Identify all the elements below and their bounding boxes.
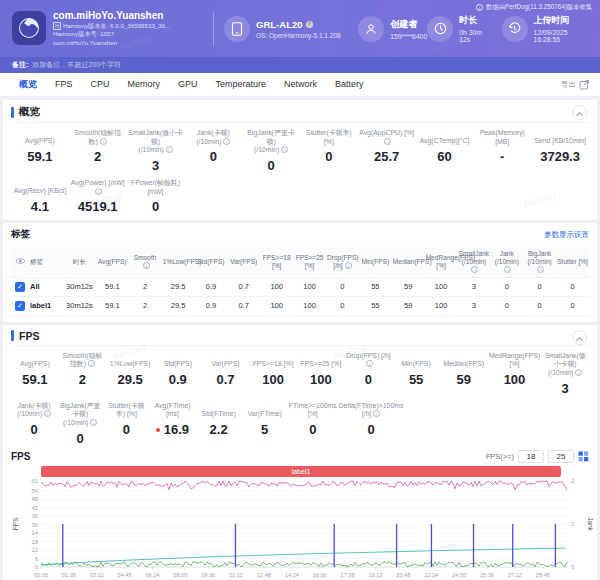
overview-stats-row1: Avg(FPS)59.1Smooth(稳帧指数)i2SmallJank(微小卡顿…	[11, 129, 589, 173]
column-header: FPS>=18 [%]	[260, 247, 293, 277]
svg-text:25:36: 25:36	[480, 572, 494, 578]
info-icon[interactable]: i	[373, 410, 380, 417]
table-cell: 59.1	[96, 296, 129, 315]
stat-value: 0	[289, 422, 337, 437]
column-header: Var(FPS)	[227, 247, 260, 277]
tab-temperature[interactable]: Temperature	[207, 73, 276, 96]
svg-text:00:00: 00:00	[34, 572, 48, 578]
svg-text:FPS: FPS	[12, 517, 19, 530]
stat-medrange-fps-: MedRange(FPS)[%]100	[488, 352, 542, 396]
tab-gpu[interactable]: GPU	[169, 73, 207, 96]
info-icon[interactable]: i	[281, 146, 288, 153]
info-icon[interactable]: i	[504, 266, 511, 273]
device-block: GRL-AL20? OS: OpenHarmony-5.1.1.208	[224, 16, 358, 42]
column-header: Smoothi	[129, 247, 162, 277]
svg-text:61: 61	[32, 478, 38, 484]
stat-value: 3729.3	[532, 149, 588, 164]
param-display-settings-link[interactable]: 参数显示设置	[544, 230, 589, 240]
svg-text:24: 24	[32, 530, 39, 536]
table-cell: 59	[392, 277, 425, 296]
table-cell: 55	[359, 277, 392, 296]
tab-row: 概览FPSCPUMemoryGPUTemperatureNetworkBatte…	[10, 73, 373, 96]
history-clock-icon	[502, 16, 528, 42]
device-badge-icon[interactable]: ?	[306, 21, 313, 28]
remark-input[interactable]: 备注:添加备注，不超过200个字符	[0, 57, 600, 73]
info-icon[interactable]: i	[345, 262, 352, 269]
fps-chart-header: FPS FPS(>=)	[11, 450, 589, 463]
fps-threshold-input-1[interactable]	[518, 450, 544, 463]
remark-placeholder: 添加备注，不超过200个字符	[32, 61, 121, 68]
stat-value: 3	[128, 158, 184, 173]
fps-threshold-input-2[interactable]	[548, 450, 574, 463]
table-cell: 0	[490, 296, 523, 315]
export-label: 导出	[561, 80, 576, 90]
svg-text:27:12: 27:12	[508, 572, 522, 578]
creator-label: 创建者	[390, 18, 427, 31]
clock-icon	[427, 16, 453, 42]
record-dot-icon	[156, 428, 160, 432]
table-cell: 0	[490, 277, 523, 296]
info-icon[interactable]: i	[95, 188, 102, 195]
fps-chart[interactable]: 0612182430364248546101200:0001:3603:1204…	[11, 477, 595, 580]
info-icon[interactable]: i	[100, 138, 107, 145]
collapse-overview-button[interactable]	[572, 105, 587, 120]
grid-settings-icon[interactable]	[578, 451, 589, 462]
info-icon[interactable]: i	[366, 360, 373, 367]
column-header: 1%Low(FPS)	[162, 247, 195, 277]
stat-avg-ctemp-c-: Avg(CTemp)[°C]60	[416, 129, 474, 173]
stat-delta-ftime-100ms-h-: Delta(FTime)>100ms [/h]i0	[338, 402, 405, 446]
row-visibility-checkbox[interactable]: ✓	[15, 301, 25, 311]
info-icon[interactable]: i	[90, 419, 97, 426]
harmony-badge-icon: H	[53, 22, 61, 30]
tab-memory[interactable]: Memory	[119, 73, 170, 96]
collapse-fps-button[interactable]	[572, 330, 587, 345]
stat-stutter-: Stutter(卡顿率) [%]0	[103, 402, 149, 446]
stat-1-low-fps-: 1%Low(FPS)29.5	[106, 352, 154, 396]
info-icon[interactable]: i	[575, 369, 582, 376]
stat-fps-25-: FPS>=25 [%]100	[297, 352, 345, 396]
svg-text:08:00: 08:00	[173, 572, 187, 578]
svg-text:Jank: Jank	[587, 517, 594, 531]
stat-value: 60	[417, 149, 473, 164]
table-cell: 2	[129, 277, 162, 296]
info-icon[interactable]: i	[223, 138, 230, 145]
stat-value: 0	[128, 199, 184, 214]
stat-smalljank-: SmallJank(微小卡顿)(/10min)i3	[541, 352, 589, 396]
tab-network[interactable]: Network	[275, 73, 326, 96]
app-version-line2: Harmony版本号: 1057	[53, 30, 170, 38]
info-icon[interactable]: i	[143, 262, 150, 269]
info-icon[interactable]: i	[537, 266, 544, 273]
stat-avg-ftime-ms-: Avg(FTime) [ms]16.9	[149, 402, 195, 446]
info-icon[interactable]: i	[471, 266, 478, 273]
duration-value: 0h 30m 12s	[459, 29, 487, 43]
svg-text:2: 2	[571, 478, 574, 484]
stat-value: 0	[12, 422, 56, 437]
column-header: Median(FPS)	[392, 247, 425, 277]
stat-std-ftime-: Std(FTime)2.2	[196, 402, 242, 446]
tab-cpu[interactable]: CPU	[82, 73, 119, 96]
svg-text:0: 0	[35, 564, 38, 570]
info-icon[interactable]: i	[44, 410, 51, 417]
chart-label-band[interactable]: label1	[41, 466, 561, 477]
tab-概览[interactable]: 概览	[10, 73, 46, 96]
svg-text:14:24: 14:24	[285, 572, 299, 578]
tab-battery[interactable]: Battery	[326, 73, 373, 96]
table-cell: 59	[392, 296, 425, 315]
stat-jank-: Jank(卡顿)(/10min)i0	[11, 402, 57, 446]
row-visibility-checkbox[interactable]: ✓	[15, 282, 25, 292]
info-icon[interactable]: i	[88, 360, 95, 367]
export-button[interactable]: 导出	[561, 79, 590, 90]
column-header: BigJank (/10min)i	[523, 247, 556, 277]
stat-value: 5	[243, 422, 287, 437]
info-icon[interactable]: i	[166, 146, 173, 153]
stat-value: 0	[243, 158, 299, 173]
stat-value: 0	[339, 422, 404, 437]
stat-min-fps-: Min(FPS)55	[392, 352, 440, 396]
row-label: label1	[29, 296, 63, 315]
stat-value: 4519.1	[70, 199, 126, 214]
fps-threshold-label: FPS(>=)	[486, 452, 514, 461]
app-icon	[12, 11, 46, 45]
tab-fps[interactable]: FPS	[46, 73, 82, 96]
column-header: Min(FPS)	[359, 247, 392, 277]
info-icon[interactable]: i	[384, 138, 391, 145]
